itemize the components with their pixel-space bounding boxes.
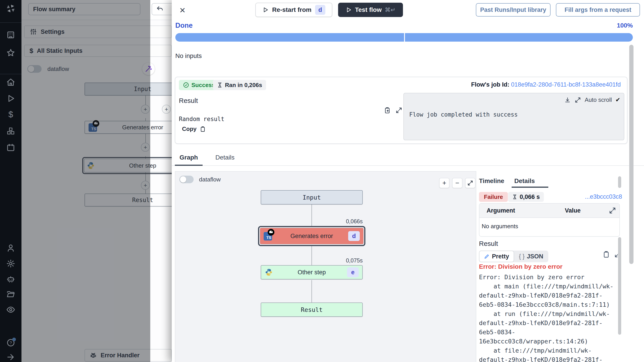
test-flow-button[interactable]: Test flow ⌘↵ [338, 3, 403, 17]
step-duration-badge: 0,066 s [508, 192, 544, 202]
no-inputs-text: No inputs [175, 52, 202, 60]
restart-from-button[interactable]: Re-start from d [255, 3, 332, 17]
hourglass-icon [512, 194, 518, 200]
app-sidebar: $ ? [0, 0, 22, 362]
pen-icon [484, 253, 490, 259]
pretty-tab[interactable]: Pretty [479, 251, 514, 262]
past-runs-button[interactable]: Past Runs/Input library [476, 3, 550, 17]
panel-scrollbar[interactable] [618, 176, 621, 188]
undo-icon [156, 5, 164, 13]
json-tab[interactable]: { } JSON [514, 251, 548, 262]
step-duration: 0,066s [318, 218, 363, 225]
close-button[interactable]: ✕ [178, 5, 188, 15]
user-icon[interactable] [6, 243, 15, 252]
log-tools: Auto scroll ✔ [564, 96, 620, 103]
tab-graph[interactable]: Graph [175, 154, 202, 161]
active-tab-underline [512, 187, 548, 188]
tab-timeline[interactable]: Timeline [479, 177, 504, 185]
sidebar-divider [0, 74, 22, 74]
duration-badge: Ran in 0,206s [213, 80, 266, 90]
progress-percent: 100% [595, 22, 633, 29]
copy-label: Copy [182, 126, 196, 132]
modal-overlay[interactable] [0, 0, 150, 362]
graph-node-other-step[interactable]: Other step e [261, 265, 363, 279]
copy-button[interactable]: Copy [182, 126, 206, 132]
home-icon[interactable] [6, 78, 15, 87]
edge [312, 204, 312, 226]
restart-label: Re-start from [272, 6, 312, 14]
tab-divider [172, 165, 644, 166]
restart-step-chip: d [315, 5, 325, 15]
auto-scroll-label[interactable]: Auto scroll [585, 96, 612, 103]
copy-clipboard-icon[interactable] [602, 251, 610, 258]
graph-node-generates-error-selected[interactable]: TS Generates error d [258, 226, 366, 246]
zoom-in-button[interactable]: + [439, 178, 450, 188]
run-result-card: Success Ran in 0,206s Flow's job Id: 018… [175, 77, 628, 144]
duration-label: Ran in 0,206s [225, 82, 262, 89]
add-branch-button[interactable]: + [162, 105, 171, 114]
pretty-label: Pretty [492, 253, 509, 260]
zoom-out-button[interactable]: − [452, 178, 462, 188]
result-view-switch: Pretty { } JSON [479, 251, 548, 262]
no-arguments-text: No arguments [482, 223, 518, 230]
auto-scroll-check-icon[interactable]: ✔ [616, 96, 620, 103]
job-id-link[interactable]: 018e9fa2-280d-7611-bc8f-133a8ee401fd [511, 81, 621, 88]
step-id-chip: e [347, 267, 359, 277]
step-result-title: Result [479, 240, 498, 247]
play-icon [346, 7, 352, 13]
schedules-calendar-icon[interactable] [6, 143, 15, 152]
expand-icon[interactable] [574, 97, 581, 103]
dataflow-toggle-row: dataflow [179, 176, 221, 183]
graph-node-input[interactable]: Input [261, 190, 363, 204]
favorites-star-icon[interactable] [6, 48, 15, 57]
step-job-link[interactable]: ...e3bccc03c8 [555, 193, 622, 200]
column-value: Value [565, 207, 581, 214]
expand-icon[interactable] [395, 107, 402, 114]
fill-args-button[interactable]: Fill args from a request [556, 3, 640, 17]
copy-clipboard-icon[interactable] [383, 107, 390, 114]
help-icon[interactable]: ? [6, 337, 15, 346]
error-title: Error: Division by zero error [479, 263, 562, 270]
edge [312, 246, 312, 265]
tab-details[interactable]: Details [211, 154, 239, 161]
play-icon [262, 7, 268, 13]
copy-clipboard-icon [199, 126, 206, 132]
workers-robot-icon[interactable] [6, 275, 15, 284]
test-flow-label: Test flow [355, 6, 382, 14]
result-tools [383, 107, 402, 114]
braces-icon: { } [519, 253, 525, 260]
tab-details[interactable]: Details [514, 177, 535, 185]
dataflow-toggle[interactable] [179, 176, 194, 183]
drawer-scrollbar[interactable] [629, 45, 634, 264]
folders-icon[interactable] [6, 290, 15, 299]
progress-bar [175, 33, 633, 42]
failure-badge: Failure [479, 192, 508, 202]
collapse-arrow-icon[interactable] [6, 352, 15, 361]
success-label: Success [192, 82, 215, 89]
test-flow-shortcut: ⌘↵ [385, 7, 396, 14]
windmill-logo-icon[interactable] [6, 4, 15, 13]
undo-button[interactable] [152, 3, 172, 15]
flow-graph-canvas: dataflow + − Input 0,066s TS Generates e… [175, 171, 476, 362]
workspace-icon[interactable] [6, 31, 15, 39]
settings-gear-icon[interactable] [6, 259, 15, 268]
job-id-label: Flow's job Id: [471, 81, 510, 88]
test-flow-drawer: ✕ Re-start from d Test flow ⌘↵ Past Runs… [172, 0, 644, 362]
result-title: Result [179, 97, 198, 105]
active-tab-underline [175, 165, 202, 166]
fit-view-button[interactable] [465, 178, 476, 188]
hourglass-icon [217, 82, 223, 88]
resources-boxes-icon[interactable] [6, 127, 15, 136]
audit-eye-icon[interactable] [6, 305, 15, 314]
edge [312, 280, 312, 302]
variables-dollar-icon[interactable]: $ [6, 110, 15, 119]
python-icon [265, 268, 273, 276]
expand-icon[interactable] [609, 207, 616, 214]
panel-scrollbar[interactable] [618, 237, 621, 335]
download-icon[interactable] [564, 97, 571, 103]
step-id-chip: d [348, 231, 360, 241]
json-label: JSON [527, 253, 544, 260]
graph-node-result[interactable]: Result [261, 302, 363, 317]
log-text: Flow job completed with success [409, 111, 518, 118]
runs-play-icon[interactable] [6, 94, 15, 103]
